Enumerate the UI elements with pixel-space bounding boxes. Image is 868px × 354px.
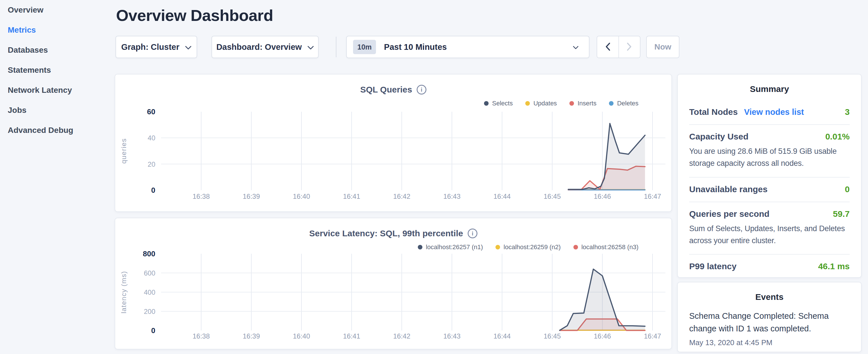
- events-list: Schema Change Completed: Schema change w…: [678, 310, 861, 347]
- summary-row-header: Capacity Used0.01%: [689, 132, 850, 141]
- view-nodes-list-link[interactable]: View nodes list: [744, 107, 804, 117]
- legend-dot: [569, 101, 574, 106]
- x-tick-label: 16:45: [544, 192, 561, 200]
- sql-queries-chart-card: SQL Queries i SelectsUpdatesInsertsDelet…: [115, 74, 672, 212]
- sql-queries-plot[interactable]: 16:3816:3916:4016:4116:4216:4316:4416:45…: [115, 106, 673, 212]
- summary-row-label: Unavailable ranges: [689, 185, 767, 194]
- sidebar-item-metrics[interactable]: Metrics: [0, 20, 113, 40]
- y-tick-label: 0: [151, 326, 155, 335]
- x-tick-label: 16:43: [443, 192, 461, 200]
- x-tick-label: 16:43: [443, 332, 461, 340]
- graph-scope-dropdown-label: Graph: Cluster: [121, 42, 179, 52]
- x-tick-label: 16:40: [293, 332, 310, 340]
- summary-row-label: Capacity Used: [689, 132, 748, 141]
- y-axis-title: latency (ms): [120, 271, 127, 314]
- x-tick-label: 16:40: [293, 192, 310, 200]
- chart-title-row: Service Latency: SQL, 99th percentile i: [115, 229, 672, 238]
- time-window-selector[interactable]: 10m Past 10 Minutes: [346, 36, 589, 58]
- sidebar-item-statements[interactable]: Statements: [0, 60, 113, 80]
- summary-rows: Total NodesView nodes list3Capacity Used…: [689, 100, 850, 279]
- x-tick-label: 16:45: [544, 332, 561, 340]
- now-button[interactable]: Now: [646, 36, 679, 58]
- sidebar-item-jobs[interactable]: Jobs: [0, 100, 113, 120]
- y-tick-label: 200: [144, 308, 155, 315]
- legend-item-inserts[interactable]: Inserts: [569, 100, 596, 107]
- x-tick-label: 16:46: [594, 332, 611, 340]
- dashboard-dropdown[interactable]: Dashboard: Overview: [212, 36, 319, 58]
- sidebar-item-network-latency[interactable]: Network Latency: [0, 80, 113, 100]
- x-tick-label: 16:41: [343, 332, 360, 340]
- service-latency-plot[interactable]: 16:3816:3916:4016:4116:4216:4316:4416:45…: [115, 249, 673, 349]
- summary-row-value: 0: [845, 185, 850, 194]
- legend-label: Deletes: [617, 100, 639, 107]
- service-latency-chart-card: Service Latency: SQL, 99th percentile i …: [115, 218, 672, 349]
- time-window-badge: 10m: [353, 40, 376, 54]
- sidebar-item-databases[interactable]: Databases: [0, 40, 113, 60]
- time-step-back-button[interactable]: [597, 36, 618, 58]
- chevron-right-icon: [626, 42, 632, 52]
- summary-row-value: 46.1 ms: [818, 261, 850, 271]
- sidebar: OverviewMetricsDatabasesStatementsNetwor…: [0, 0, 113, 140]
- summary-row-header: Unavailable ranges0: [689, 185, 850, 194]
- legend-item-selects[interactable]: Selects: [484, 100, 513, 107]
- legend-label: Inserts: [578, 100, 596, 107]
- x-tick-label: 16:44: [493, 192, 510, 200]
- summary-row-value: 3: [845, 107, 850, 117]
- summary-row-header: Total NodesView nodes list3: [689, 107, 850, 117]
- summary-row-value: 59.7: [833, 209, 850, 219]
- summary-row-header: Queries per second59.7: [689, 209, 850, 219]
- legend-dot: [418, 245, 423, 250]
- x-tick-label: 16:42: [393, 192, 410, 200]
- legend-item-deletes[interactable]: Deletes: [609, 100, 639, 107]
- summary-row-total-nodes: Total NodesView nodes list3: [689, 100, 850, 125]
- sidebar-item-overview[interactable]: Overview: [0, 0, 113, 20]
- y-tick-label: 400: [144, 288, 155, 296]
- event-message: Schema Change Completed: Schema change w…: [689, 310, 850, 335]
- summary-row-header: P99 latency46.1 ms: [689, 261, 850, 271]
- legend-label: Selects: [492, 100, 513, 107]
- legend-label: Updates: [533, 100, 557, 107]
- chart-legend: SelectsUpdatesInsertsDeletes: [484, 100, 639, 107]
- time-step-forward-button[interactable]: [618, 36, 640, 58]
- summary-row-label: P99 latency: [689, 261, 737, 271]
- summary-row-label: Total Nodes: [689, 107, 738, 117]
- chart-title: SQL Queries: [360, 85, 412, 95]
- chart-title: Service Latency: SQL, 99th percentile: [309, 229, 463, 238]
- y-axis-title: queries: [120, 138, 127, 164]
- x-tick-label: 16:46: [594, 192, 611, 200]
- chevron-down-icon: [185, 42, 191, 52]
- legend-dot: [495, 245, 500, 250]
- time-step-controls: [597, 36, 641, 58]
- series-area-localhost-26257-n1: [560, 269, 645, 330]
- summary-row-unavailable-ranges: Unavailable ranges0: [689, 178, 850, 202]
- event-item[interactable]: Schema Change Completed: Schema change w…: [689, 310, 850, 347]
- chevron-left-icon: [604, 42, 611, 52]
- app-root: OverviewMetricsDatabasesStatementsNetwor…: [0, 0, 868, 354]
- y-tick-label: 20: [148, 160, 155, 168]
- legend-dot: [574, 245, 578, 250]
- x-tick-label: 16:42: [393, 332, 410, 340]
- x-tick-label: 16:47: [644, 332, 661, 340]
- x-tick-label: 16:39: [243, 332, 260, 340]
- info-icon[interactable]: i: [468, 229, 477, 238]
- legend-dot: [525, 101, 530, 106]
- page-title: Overview Dashboard: [116, 7, 273, 24]
- info-icon[interactable]: i: [417, 85, 426, 95]
- x-tick-label: 16:38: [192, 332, 210, 340]
- legend-item-updates[interactable]: Updates: [525, 100, 557, 107]
- graph-scope-dropdown[interactable]: Graph: Cluster: [116, 36, 197, 58]
- y-tick-label: 40: [148, 134, 155, 142]
- y-tick-label: 60: [147, 107, 155, 116]
- legend-dot: [484, 101, 489, 106]
- summary-row-subtext: You are using 28.6 MiB of 515.9 GiB usab…: [689, 146, 850, 169]
- sidebar-item-advanced-debug[interactable]: Advanced Debug: [0, 120, 113, 140]
- dashboard-dropdown-label: Dashboard: Overview: [216, 42, 302, 52]
- legend-dot: [609, 101, 614, 106]
- time-window-label: Past 10 Minutes: [384, 42, 447, 52]
- chevron-down-icon: [308, 42, 314, 52]
- y-tick-label: 0: [151, 186, 155, 194]
- chart-title-row: SQL Queries i: [115, 85, 672, 95]
- summary-panel-title: Summary: [678, 84, 861, 94]
- x-tick-label: 16:47: [644, 192, 661, 200]
- summary-row-subtext: Sum of Selects, Updates, Inserts, and De…: [689, 223, 850, 247]
